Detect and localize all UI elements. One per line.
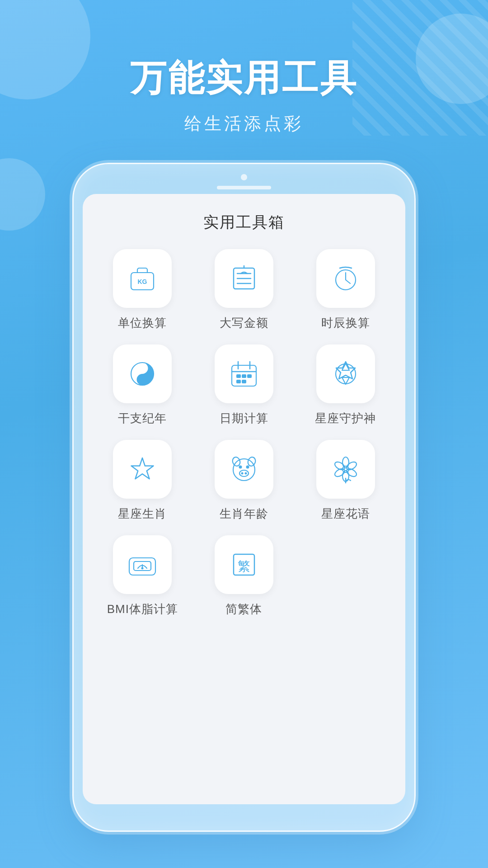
- tool-bmi[interactable]: BMI体脂计算: [96, 535, 189, 617]
- tool-time-convert[interactable]: 时辰换算: [299, 249, 392, 331]
- date-icon: [228, 358, 260, 390]
- svg-point-27: [239, 470, 249, 476]
- svg-point-26: [246, 466, 249, 469]
- tool-label-pig: 生肖年龄: [220, 506, 268, 522]
- svg-point-9: [141, 378, 144, 382]
- time-icon: [330, 263, 361, 294]
- phone-mockup: 实用工具箱 KG 单位换算: [72, 163, 416, 832]
- tool-date-calc[interactable]: 日期计算: [198, 344, 291, 426]
- tool-constellation-zodiac[interactable]: 星座生肖: [96, 440, 189, 522]
- svg-point-20: [336, 364, 356, 384]
- deco-stripes: [352, 0, 488, 136]
- svg-point-8: [141, 367, 144, 370]
- unit-icon: KG: [127, 263, 158, 294]
- tool-icon-pig: [215, 440, 273, 499]
- tool-simp-trad[interactable]: 繁 简繁体: [198, 535, 291, 617]
- tool-icon-bmi: [113, 535, 172, 594]
- phone-camera: [241, 174, 247, 180]
- svg-marker-21: [131, 458, 154, 479]
- star6-icon: [330, 358, 361, 390]
- tool-icon-trad: 繁: [215, 535, 273, 594]
- tool-label-flower: 星座花语: [321, 506, 370, 522]
- tool-zodiac-age[interactable]: 生肖年龄: [198, 440, 291, 522]
- svg-point-29: [244, 472, 247, 475]
- svg-rect-15: [242, 374, 246, 378]
- capital-icon: [228, 263, 260, 294]
- svg-rect-18: [242, 380, 246, 383]
- svg-text:繁: 繁: [238, 559, 250, 573]
- tool-label-ganzhi: 干支纪年: [118, 410, 167, 426]
- ganzhi-icon: [127, 358, 158, 390]
- tool-label-trad: 简繁体: [225, 601, 262, 617]
- svg-rect-17: [236, 380, 241, 383]
- tool-label-star5: 星座生肖: [118, 506, 167, 522]
- tool-icon-time: [316, 249, 375, 308]
- tool-unit-convert[interactable]: KG 单位换算: [96, 249, 189, 331]
- star5-icon: [127, 453, 158, 485]
- svg-rect-16: [247, 374, 252, 378]
- phone-top: [74, 164, 414, 189]
- tool-icon-flower: [316, 440, 375, 499]
- tool-icon-star5: [113, 440, 172, 499]
- tool-ganzhi[interactable]: 干支纪年: [96, 344, 189, 426]
- phone-screen: 实用工具箱 KG 单位换算: [83, 194, 405, 804]
- tool-constellation-guardian[interactable]: 星座守护神: [299, 344, 392, 426]
- tool-icon-star6: [316, 344, 375, 403]
- tool-label-star6: 星座守护神: [315, 410, 376, 426]
- tool-constellation-flower[interactable]: 星座花语: [299, 440, 392, 522]
- screen-title: 实用工具箱: [96, 212, 392, 233]
- tool-label-bmi: BMI体脂计算: [107, 601, 178, 617]
- tool-label-time: 时辰换算: [321, 315, 370, 331]
- tool-grid: KG 单位换算: [96, 249, 392, 617]
- deco-circle-3: [0, 158, 45, 231]
- tool-icon-date: [215, 344, 273, 403]
- tool-capital-amount[interactable]: 大写金额: [198, 249, 291, 331]
- flower-icon: [330, 453, 361, 485]
- svg-point-28: [241, 472, 243, 475]
- pig-icon: [228, 453, 260, 485]
- svg-point-25: [239, 466, 242, 469]
- bmi-icon: [127, 549, 158, 580]
- tool-icon-unit: KG: [113, 249, 172, 308]
- phone-frame: 实用工具箱 KG 单位换算: [72, 163, 416, 832]
- tool-icon-capital: [215, 249, 273, 308]
- trad-icon: 繁: [228, 549, 260, 580]
- tool-label-capital: 大写金额: [220, 315, 268, 331]
- tool-label-unit: 单位换算: [118, 315, 167, 331]
- tool-label-date: 日期计算: [220, 410, 268, 426]
- svg-point-41: [141, 567, 144, 570]
- svg-text:KG: KG: [138, 278, 147, 285]
- tool-icon-ganzhi: [113, 344, 172, 403]
- svg-rect-14: [236, 374, 241, 378]
- phone-speaker: [217, 186, 271, 189]
